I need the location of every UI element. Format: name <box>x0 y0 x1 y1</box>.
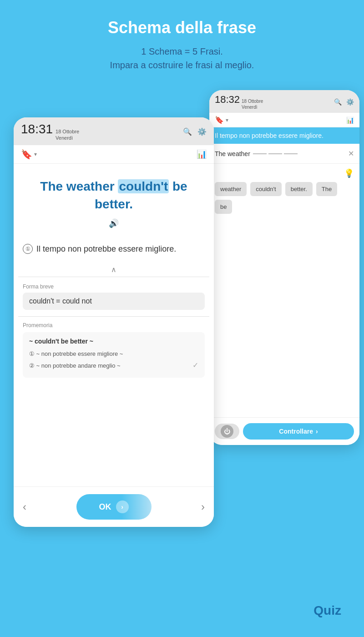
rp-english-area: The weather ✕ <box>209 144 359 164</box>
translation-area: ① Il tempo non potrebbe essere migliore. <box>14 236 214 263</box>
promemoria-title: ~ couldn't be better ~ <box>29 338 198 345</box>
ok-button[interactable]: OK › <box>76 494 152 520</box>
rp-search-icon[interactable]: 🔍 <box>334 98 342 106</box>
next-arrow[interactable]: › <box>201 500 205 513</box>
bar-chart-icon: 📊 <box>197 149 207 159</box>
search-icon[interactable]: 🔍 <box>183 127 192 136</box>
sentence-part1: The weather <box>40 179 118 193</box>
chip-weather[interactable]: weather <box>215 182 247 196</box>
rp-settings-icon[interactable]: ⚙️ <box>346 98 354 106</box>
ok-next-icon: › <box>116 500 129 513</box>
bottom-nav: ‹ OK › › <box>14 486 214 527</box>
promemoria-section: Promemoria ~ couldn't be better ~ ① ~ no… <box>14 317 214 383</box>
rp-bookmark-icon[interactable]: 🔖 <box>215 116 224 124</box>
rp-chart-icon: 📊 <box>346 116 354 124</box>
phones-container: 18:31 18 Ottobre Venerdì 🔍 ⚙️ 🔖 ▾ 📊 The … <box>5 90 359 591</box>
subtitle: 1 Schema = 5 Frasi. Impara a costruire l… <box>108 45 256 72</box>
forma-label: Forma breve <box>23 283 205 290</box>
audio-icon[interactable]: 🔊 <box>23 218 205 228</box>
promemoria-item1: ① ~ non potrebbe essere migliore ~ <box>29 349 198 359</box>
left-toolbar: 🔖 ▾ 📊 <box>14 145 214 164</box>
lightbulb-icon: 💡 <box>215 168 354 178</box>
controllare-label: Controllare <box>279 428 313 435</box>
blank-3 <box>284 153 298 154</box>
page-title: Schema della frase <box>108 18 256 37</box>
clear-button[interactable]: ✕ <box>348 149 354 158</box>
word-chips[interactable]: weather couldn't better. The be <box>215 182 354 214</box>
left-phone: 18:31 18 Ottobre Venerdì 🔍 ⚙️ 🔖 ▾ 📊 The … <box>14 117 214 527</box>
translation-text: Il tempo non potrebbe essere migliore. <box>36 243 176 255</box>
chip-the[interactable]: The <box>316 182 337 196</box>
quiz-label: Quiz <box>313 603 341 618</box>
rp-date: 18 Ottobre Venerdì <box>242 98 263 110</box>
power-button[interactable]: ⏻ <box>215 424 239 439</box>
rp-status-icons: 🔍 ⚙️ <box>334 98 354 106</box>
main-sentence: The weather couldn't be better. <box>23 177 205 213</box>
chip-better[interactable]: better. <box>285 182 313 196</box>
rp-time: 18:32 <box>215 94 240 106</box>
chip-be[interactable]: be <box>215 200 232 214</box>
rp-quiz-area: 💡 weather couldn't better. The be <box>209 164 359 222</box>
left-date: 18 Ottobre Venerdì <box>56 128 79 142</box>
promemoria-content: ~ couldn't be better ~ ① ~ non potrebbe … <box>23 332 205 378</box>
blank-2 <box>268 153 282 154</box>
rp-bottom-nav: ⏻ Controllare › <box>209 417 359 445</box>
sentence-highlight: couldn't <box>118 179 169 193</box>
subtitle-line2: Impara a costruire le frasi al meglio. <box>110 60 254 70</box>
forma-value: couldn't = could not <box>23 293 205 310</box>
blank-1 <box>253 153 267 154</box>
controllare-arrow: › <box>316 428 318 435</box>
rp-status-bar: 18:32 18 Ottobre Venerdì 🔍 ⚙️ <box>209 90 359 113</box>
chip-couldnt[interactable]: couldn't <box>250 182 281 196</box>
power-icon: ⏻ <box>221 425 233 438</box>
left-status-icons: 🔍 ⚙️ <box>183 127 207 136</box>
check-icon: ✓ <box>192 359 198 372</box>
settings-icon[interactable]: ⚙️ <box>197 127 207 136</box>
rp-italian-sentence: Il tempo non potrebbe essere migliore. <box>209 127 359 144</box>
left-status-bar: 18:31 18 Ottobre Venerdì 🔍 ⚙️ <box>14 117 214 145</box>
translation-num: ① <box>23 244 33 254</box>
controllare-button[interactable]: Controllare › <box>243 423 354 440</box>
left-time: 18:31 <box>21 122 53 136</box>
prev-arrow[interactable]: ‹ <box>23 500 26 513</box>
chevron-down-icon: ▾ <box>34 151 37 157</box>
rp-toolbar: 🔖 ▾ 📊 <box>209 113 359 127</box>
chevron-up-icon[interactable]: ∧ <box>14 263 214 277</box>
header: Schema della frase 1 Schema = 5 Frasi. I… <box>108 18 256 72</box>
forma-section: Forma breve couldn't = could not <box>14 277 214 316</box>
promemoria-item2: ② ~ non potrebbe andare meglio ~ ✓ <box>29 359 198 372</box>
rp-english-label: The weather <box>215 150 250 157</box>
subtitle-line1: 1 Schema = 5 Frasi. <box>141 46 223 56</box>
rp-blanks <box>253 153 345 154</box>
sentence-area: The weather couldn't be better. 🔊 <box>14 164 214 236</box>
bookmark-icon[interactable]: 🔖 <box>21 149 32 160</box>
ok-label: OK <box>99 502 111 512</box>
rp-chevron-icon: ▾ <box>226 117 228 123</box>
promemoria-label: Promemoria <box>23 322 205 329</box>
right-phone: 18:32 18 Ottobre Venerdì 🔍 ⚙️ 🔖 ▾ 📊 Il t… <box>209 90 359 445</box>
